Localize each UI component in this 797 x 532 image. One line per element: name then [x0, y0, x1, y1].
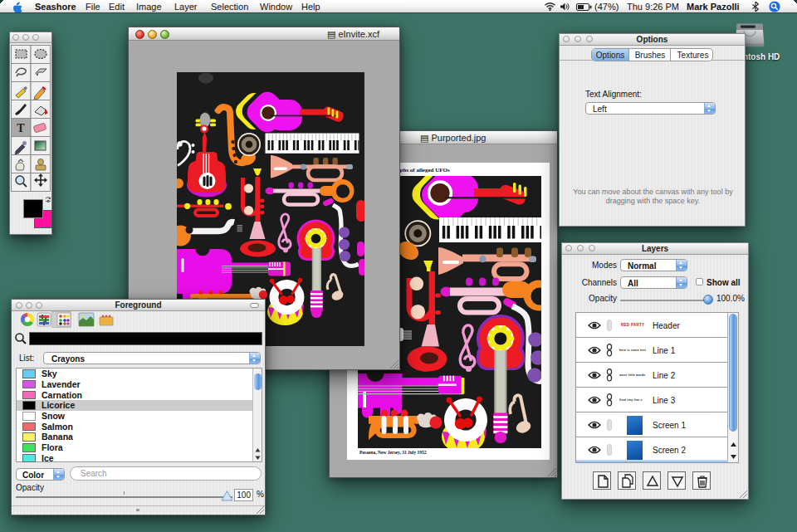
svg-text:T: T [17, 122, 25, 134]
